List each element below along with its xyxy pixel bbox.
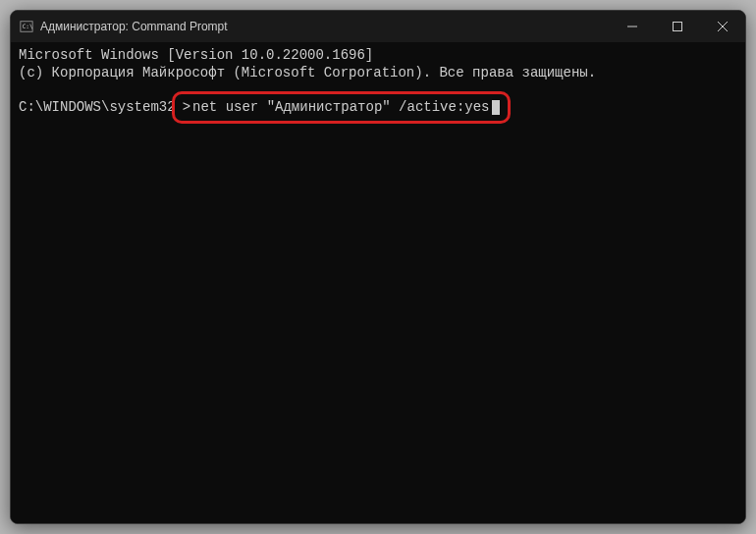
copyright-line: (c) Корпорация Майкрософт (Microsoft Cor… bbox=[19, 64, 737, 81]
minimize-button[interactable] bbox=[610, 11, 655, 42]
svg-rect-3 bbox=[674, 23, 682, 31]
prompt-path: C:\WINDOWS\system32 bbox=[19, 98, 176, 116]
terminal-output[interactable]: Microsoft Windows [Version 10.0.22000.16… bbox=[11, 42, 745, 523]
version-line: Microsoft Windows [Version 10.0.22000.16… bbox=[19, 46, 737, 64]
command-prompt-window: C:\ Администратор: Command Prompt Micros… bbox=[10, 10, 746, 524]
window-controls bbox=[610, 11, 745, 42]
command-input[interactable]: net user "Администратор" /active:yes bbox=[192, 98, 489, 116]
close-button[interactable] bbox=[700, 11, 745, 42]
window-title: Администратор: Command Prompt bbox=[40, 20, 610, 33]
cmd-icon: C:\ bbox=[19, 19, 34, 34]
maximize-button[interactable] bbox=[655, 11, 700, 42]
prompt-line: C:\WINDOWS\system32 > net user "Админист… bbox=[19, 91, 737, 123]
command-highlight: > net user "Администратор" /active:yes bbox=[172, 91, 511, 123]
cursor bbox=[492, 100, 500, 115]
titlebar[interactable]: C:\ Администратор: Command Prompt bbox=[11, 11, 745, 42]
prompt-char: > bbox=[183, 98, 190, 116]
svg-text:C:\: C:\ bbox=[23, 23, 33, 29]
